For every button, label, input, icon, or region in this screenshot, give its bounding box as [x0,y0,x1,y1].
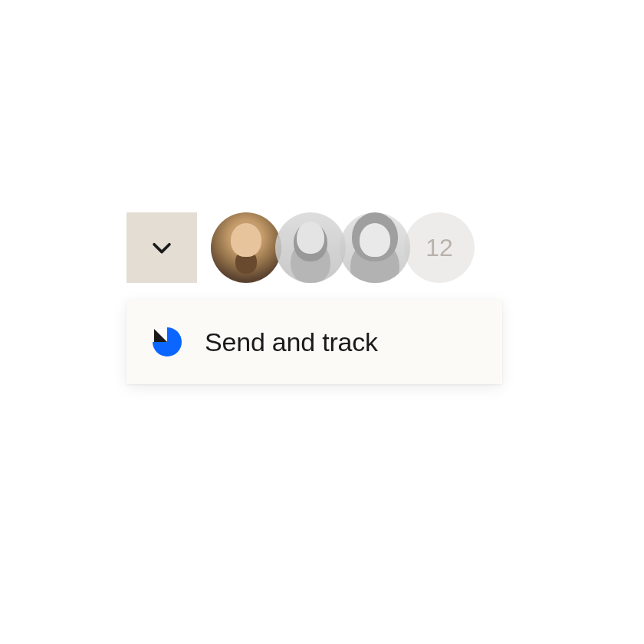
avatar-overflow-count[interactable]: 12 [404,212,475,283]
user-avatar[interactable] [275,212,346,283]
dropdown-button[interactable] [127,212,197,283]
analytics-icon [151,326,183,358]
avatar-group: 12 [211,212,475,283]
menu-item-label: Send and track [205,327,378,357]
chevron-down-icon [149,235,175,261]
user-avatar[interactable] [211,212,281,283]
send-and-track-menu-item[interactable]: Send and track [127,300,502,384]
share-controls-row: 12 [127,212,502,283]
user-avatar[interactable] [340,212,410,283]
